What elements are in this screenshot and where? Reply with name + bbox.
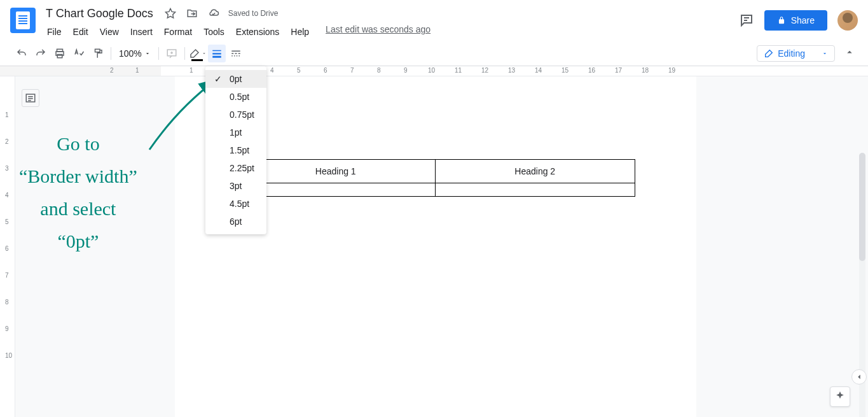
pencil-icon [764, 48, 774, 59]
editing-mode-select[interactable]: Editing [757, 45, 835, 62]
svg-rect-12 [234, 55, 235, 57]
dropdown-item[interactable]: 0.5pt [205, 88, 266, 106]
zoom-select[interactable]: 100% [115, 47, 155, 60]
dropdown-item[interactable]: 1.5pt [205, 141, 266, 159]
svg-rect-14 [238, 55, 240, 57]
annotation-text: Go to “Border width” and select “0pt” [19, 127, 137, 257]
border-color-button[interactable] [189, 45, 207, 62]
border-dash-button[interactable] [227, 45, 245, 62]
tchart-table[interactable]: Heading 1 Heading 2 [236, 159, 635, 197]
vertical-ruler[interactable]: 12345678910 [0, 76, 15, 417]
chevron-down-icon [144, 50, 151, 57]
svg-rect-8 [231, 53, 233, 54]
dropdown-item[interactable]: 1pt [205, 124, 266, 141]
main-menu: File Edit View Insert Format Tools Exten… [42, 24, 431, 39]
menu-insert[interactable]: Insert [125, 24, 158, 39]
svg-rect-13 [237, 55, 238, 57]
share-label: Share [791, 15, 815, 25]
dropdown-item[interactable]: 0.75pt [205, 106, 266, 124]
menu-edit[interactable]: Edit [68, 24, 93, 39]
title-bar: T Chart Google Docs Saved to Drive File … [0, 0, 868, 41]
chevron-down-icon [822, 50, 828, 57]
side-panel-toggle[interactable] [851, 369, 867, 385]
menu-file[interactable]: File [42, 24, 67, 39]
menu-help[interactable]: Help [286, 24, 314, 39]
collapse-toolbar-button[interactable] [844, 46, 855, 60]
last-edit-link[interactable]: Last edit was seconds ago [326, 24, 431, 39]
svg-rect-11 [231, 55, 233, 57]
toolbar: 100% Editing [0, 41, 868, 66]
explore-button[interactable] [830, 386, 850, 407]
doc-title[interactable]: T Chart Google Docs [42, 6, 157, 22]
menu-format[interactable]: Format [159, 24, 197, 39]
svg-rect-5 [212, 53, 221, 54]
dropdown-item[interactable]: 2.25pt [205, 159, 266, 177]
svg-rect-6 [212, 55, 221, 57]
svg-rect-10 [238, 53, 240, 54]
spellcheck-button[interactable] [70, 45, 88, 62]
save-status: Saved to Drive [228, 9, 279, 18]
svg-rect-4 [212, 50, 221, 51]
print-button[interactable] [51, 45, 69, 62]
border-width-button[interactable] [208, 45, 226, 62]
menu-view[interactable]: View [95, 24, 124, 39]
share-button[interactable]: Share [764, 10, 827, 31]
table-header-2[interactable]: Heading 2 [436, 160, 635, 183]
paint-format-button[interactable] [89, 45, 107, 62]
horizontal-ruler[interactable]: 2112345678910111213141516171819 [0, 66, 868, 76]
comments-icon[interactable] [739, 13, 754, 28]
dropdown-item[interactable]: 3pt [205, 177, 266, 195]
avatar[interactable] [837, 10, 858, 31]
menu-tools[interactable]: Tools [198, 24, 230, 39]
add-comment-button[interactable] [163, 45, 181, 62]
redo-button[interactable] [32, 45, 50, 62]
undo-button[interactable] [13, 45, 31, 62]
dropdown-item[interactable]: ✓0pt [205, 70, 266, 88]
dropdown-item[interactable]: 4.5pt [205, 195, 266, 213]
menu-extensions[interactable]: Extensions [231, 24, 284, 39]
border-width-dropdown: ✓0pt0.5pt0.75pt1pt1.5pt2.25pt3pt4.5pt6pt [205, 66, 266, 234]
table-cell[interactable] [436, 183, 635, 197]
move-icon[interactable] [184, 5, 200, 22]
docs-icon[interactable] [10, 8, 36, 33]
dropdown-item[interactable]: 6pt [205, 213, 266, 230]
star-icon[interactable] [162, 5, 179, 22]
chevron-down-icon [202, 51, 207, 56]
svg-rect-9 [235, 53, 237, 54]
svg-rect-7 [231, 50, 240, 52]
lock-icon [777, 16, 786, 25]
cloud-icon[interactable] [205, 5, 222, 22]
